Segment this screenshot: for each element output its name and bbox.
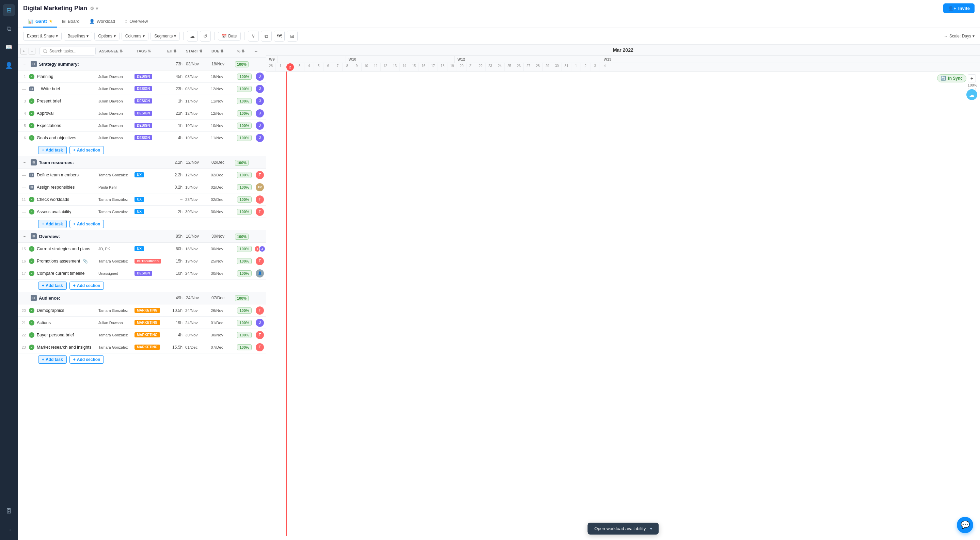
add-task-button[interactable]: + Add task <box>38 146 67 154</box>
export-share-button[interactable]: Export & Share ▾ <box>23 32 62 41</box>
task-name[interactable]: Compare current timeline <box>35 271 97 276</box>
col-header-assignee[interactable]: ASSIGNEE ⇅ <box>97 49 135 54</box>
search-input[interactable] <box>40 47 96 56</box>
add-task-button[interactable]: + Add task <box>38 281 67 290</box>
task-arr: T <box>254 307 266 314</box>
section-collapse-icon[interactable]: − <box>21 60 29 68</box>
tag-design[interactable]: DESIGN <box>135 123 152 128</box>
tag-design[interactable]: DESIGN <box>135 86 152 91</box>
chat-button[interactable]: 💬 <box>957 517 973 533</box>
task-name[interactable]: Market research and insights <box>35 345 97 350</box>
sidebar-icon-person[interactable]: 👤 <box>3 59 15 71</box>
tag-marketing[interactable]: MARKETING <box>135 332 160 337</box>
section-collapse-icon[interactable]: − <box>21 294 29 302</box>
nav-tabs: 📊 Gantt ★ ⊞ Board 👤 Workload ○ Overview <box>23 16 975 28</box>
task-start: 12/Nov <box>184 173 209 177</box>
copy-icon-button[interactable]: ⧉ <box>261 31 272 41</box>
sidebar-icon-home[interactable]: ⊟ <box>3 4 15 16</box>
task-tags: DESIGN <box>135 111 165 116</box>
left-arrow-icon[interactable]: ← <box>254 49 258 54</box>
add-section-button[interactable]: + Add section <box>70 220 104 228</box>
task-name[interactable]: Assess availability <box>35 210 97 214</box>
invite-button[interactable]: 👤+ Invite <box>943 3 975 13</box>
sidebar-icon-layers[interactable]: ⧉ <box>3 22 15 35</box>
task-name[interactable]: Promotions assesment 📎 <box>35 259 97 264</box>
toolbar-divider-2 <box>214 32 215 40</box>
add-task-button[interactable]: + Add task <box>38 220 67 228</box>
section-audience[interactable]: − ⊟ Audience: 49h 24/Nov 07/Dec 100% <box>18 292 266 304</box>
tag-design[interactable]: DESIGN <box>135 271 152 276</box>
branch-icon-button[interactable]: ⑂ <box>248 31 259 41</box>
settings-icon[interactable]: ⚙ ▾ <box>90 6 98 11</box>
col-header-start[interactable]: START ⇅ <box>184 49 209 54</box>
col-header-eh[interactable]: EH ⇅ <box>165 49 184 54</box>
task-name[interactable]: Expectations <box>35 123 97 128</box>
grid-icon-button[interactable]: ⊞ <box>287 31 298 41</box>
task-name[interactable]: Actions <box>35 321 97 325</box>
tab-board[interactable]: ⊞ Board <box>57 16 84 28</box>
task-eh: 1h <box>165 123 184 128</box>
baselines-button[interactable]: Baselines ▾ <box>64 32 92 41</box>
table-row: 4 ✓ Approval Julian Dawson DESIGN 22h 12… <box>18 107 266 119</box>
section-overview[interactable]: − ⊟ Overview: 85h 18/Nov 30/Nov 100% <box>18 230 266 243</box>
task-name[interactable]: Buyer persona brief <box>35 333 97 337</box>
tag-design[interactable]: DESIGN <box>135 111 152 116</box>
plus-icon: + <box>73 357 76 362</box>
tab-gantt[interactable]: 📊 Gantt ★ <box>23 16 57 28</box>
add-section-button[interactable]: + Add section <box>70 356 104 364</box>
tag-ux[interactable]: UX <box>135 172 144 177</box>
section-due: 02/Dec <box>209 160 235 165</box>
sidebar-icon-book[interactable]: 📖 <box>3 41 15 53</box>
task-name[interactable]: Approval <box>35 111 97 116</box>
map-icon-button[interactable]: 🗺 <box>274 31 285 41</box>
tag-design[interactable]: DESIGN <box>135 135 152 140</box>
task-name[interactable]: Planning <box>35 74 97 79</box>
task-name[interactable]: Write brief <box>35 86 97 91</box>
tag-ux[interactable]: UX <box>135 209 144 214</box>
add-section-button[interactable]: + Add section <box>70 146 104 154</box>
undo-icon-button[interactable]: ↺ <box>200 31 211 41</box>
col-header-due[interactable]: DUE ⇅ <box>209 49 235 54</box>
avatar: T <box>256 171 264 179</box>
options-button[interactable]: Options ▾ <box>94 32 119 41</box>
task-name[interactable]: Define team members <box>35 173 97 177</box>
add-task-button[interactable]: + Add task <box>38 356 67 364</box>
date-button[interactable]: 📅 Date <box>218 32 240 41</box>
tag-design[interactable]: DESIGN <box>135 98 152 103</box>
collapse-all-button[interactable]: − <box>29 48 35 54</box>
tag-marketing[interactable]: MARKETING <box>135 308 160 313</box>
tab-overview[interactable]: ○ Overview <box>120 16 153 28</box>
app-container: ⊟ ⧉ 📖 👤 🗄 → Digital Marketing Plan ⚙ ▾ 👤… <box>0 0 980 540</box>
col-header-tags[interactable]: TAGS ⇅ <box>135 49 165 54</box>
sidebar-icon-arrow[interactable]: → <box>3 524 15 536</box>
tag-marketing[interactable]: MARKETING <box>135 345 160 350</box>
open-workload-button[interactable]: Open workload availability ▾ <box>587 523 659 535</box>
columns-button[interactable]: Columns ▾ <box>122 32 148 41</box>
task-assignee: Tamara González <box>97 333 135 337</box>
task-name[interactable]: Assign responsibles <box>35 185 97 190</box>
tag-ux[interactable]: UX <box>135 246 144 251</box>
sidebar-icon-database[interactable]: 🗄 <box>3 505 15 518</box>
section-team-resources[interactable]: − ⊟ Team resources: 2.2h 12/Nov 02/Dec 1… <box>18 156 266 169</box>
tag-ux[interactable]: UX <box>135 197 144 202</box>
section-strategy[interactable]: − ⊟ Strategy summary: 73h 03/Nov 18/Nov … <box>18 58 266 70</box>
task-name[interactable]: Goals and objectives <box>35 135 97 140</box>
add-section-button[interactable]: + Add section <box>70 281 104 290</box>
overview-icon: ○ <box>125 19 127 24</box>
task-name[interactable]: Present brief <box>35 99 97 103</box>
section-collapse-icon[interactable]: − <box>21 232 29 240</box>
scale-label[interactable]: ↔ Scale: Days ▾ <box>944 34 975 38</box>
segments-button[interactable]: Segments ▾ <box>151 32 180 41</box>
tag-design[interactable]: DESIGN <box>135 74 152 79</box>
tab-workload[interactable]: 👤 Workload <box>84 16 120 28</box>
cloud-icon-button[interactable]: ☁ <box>187 31 198 41</box>
col-header-pct[interactable]: % ⇅ <box>235 49 254 54</box>
tag-outsourced[interactable]: OUTSOURCED <box>135 259 161 264</box>
task-name[interactable]: Demographics <box>35 308 97 313</box>
expand-all-button[interactable]: + <box>21 48 27 54</box>
section-eh: 2.2h <box>165 160 184 165</box>
tag-marketing[interactable]: MARKETING <box>135 320 160 325</box>
task-name[interactable]: Current strategies and plans <box>35 246 97 251</box>
section-collapse-icon[interactable]: − <box>21 158 29 167</box>
task-name[interactable]: Check workloads <box>35 197 97 202</box>
